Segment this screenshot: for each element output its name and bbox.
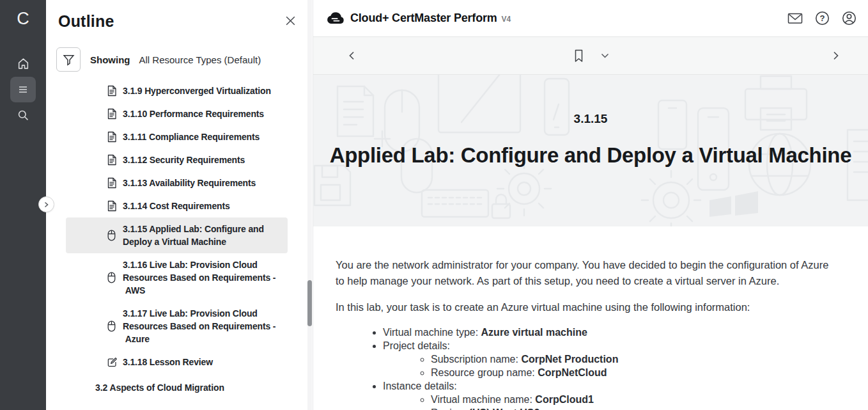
outline-item-label: 3.1.11 Compliance Requirements [123,130,279,143]
svg-text:?: ? [820,13,825,23]
lesson-hero-banner: 3.1.15 Applied Lab: Configure and Deploy… [313,75,868,226]
outline-item[interactable]: 3.1.18 Lesson Review [66,351,288,374]
showing-label: Showing [90,54,130,65]
outline-item[interactable]: 3.1.12 Security Requirements [66,148,288,171]
close-outline-button[interactable] [284,15,297,29]
outline-item-label: 3.1.13 Availability Requirements [123,177,279,189]
outline-item-label: 3.1.12 Security Requirements [123,154,279,166]
product-name: Cloud+ CertMaster Perform [350,12,497,25]
close-icon [284,15,297,27]
search-icon [17,109,30,122]
outline-list: 3.1.9 Hyperconverged Virtualization 3.1.… [46,79,313,393]
lesson-number: 3.1.15 [574,112,608,126]
outline-menu-button[interactable] [10,77,36,102]
gear2-art-icon [642,171,701,226]
document-icon [107,131,118,143]
bookmark-button[interactable] [573,49,585,63]
filter-current-value: All Resource Types (Default) [139,54,261,65]
filter-funnel-icon [63,54,75,66]
previous-lesson-button[interactable] [346,50,357,61]
mouse-icon [107,230,118,241]
chevron-right-icon [43,201,50,209]
mouse-icon [107,320,118,332]
chevron-left-icon [346,50,357,61]
outline-item[interactable]: 3.1.17 Live Lab: Provision Cloud Resourc… [66,302,288,351]
cloud-brand-icon [326,12,345,25]
chevron-right-icon [830,50,841,61]
bookmark-icon [573,49,585,63]
keyboard-art-icon [422,190,488,217]
account-icon [842,11,856,26]
outline-item-label: 3.1.15 Applied Lab: Configure and Deploy… [123,223,279,248]
home-icon [17,57,30,70]
requirement-item: Instance details: Virtual machine name: … [383,379,842,410]
product-version: V4 [502,13,511,24]
messages-button[interactable] [787,12,803,24]
panel-collapse-toggle[interactable] [38,196,54,212]
outline-item[interactable]: 3.1.11 Compliance Requirements [66,125,288,148]
outline-item[interactable]: 3.1.14 Cost Requirements [66,194,288,217]
mouse-art-icon [385,90,419,152]
requirement-subitem: Virtual machine name: CorpCloud1 [431,393,842,406]
outline-item-label: 3.1.9 Hyperconverged Virtualization [123,84,279,97]
bookmark-menu-button[interactable] [601,53,609,59]
requirement-sublist: Subscription name: CorpNet Production Re… [383,352,842,379]
monitor-art-icon [438,75,520,132]
next-lesson-button[interactable] [830,50,841,61]
floppy-art-icon [314,166,350,205]
outline-item-label: 3.1.18 Lesson Review [123,356,279,368]
outline-next-section[interactable]: 3.2 Aspects of Cloud Migration [95,382,288,393]
windows-art-icon [709,191,758,217]
document-icon [107,200,118,212]
outline-item-label: 3.1.14 Cost Requirements [123,200,279,212]
outline-panel: Outline Showing All Resource Types (Defa… [46,0,313,410]
account-button[interactable] [842,11,856,26]
outline-scrollbar[interactable] [307,0,312,410]
outline-menu-icon [17,83,29,96]
lesson-toolbar [313,37,868,75]
app-logo: C [17,8,29,29]
chevron-down-icon [601,53,609,59]
mouse-icon [107,272,118,283]
outline-scrollbar-thumb[interactable] [307,280,312,326]
document-icon [107,154,118,166]
outline-item[interactable]: 3.1.10 Performance Requirements [66,102,288,125]
task-paragraph: In this lab, your task is to create an A… [336,299,835,315]
filter-button[interactable] [56,47,81,72]
product-brand: Cloud+ CertMaster Perform V4 [326,12,511,25]
document-icon [107,108,118,120]
home-button[interactable] [10,51,36,76]
outline-item[interactable]: 3.1.13 Availability Requirements [66,171,288,194]
main-content-area: Cloud+ CertMaster Perform V4 ? [313,0,868,410]
gear-art-icon [497,162,551,216]
requirement-subitem: Resource group name: CorpNetCloud [431,366,842,379]
requirement-subitem: Subscription name: CorpNet Production [431,352,842,366]
intro-paragraph: You are the network administrator for yo… [336,257,835,289]
requirement-item: Virtual machine type: Azure virtual mach… [383,326,842,339]
document-art-icon [337,86,373,136]
lesson-body: You are the network administrator for yo… [313,226,868,410]
edit-pencil-icon [107,357,118,368]
outline-item[interactable]: 3.1.9 Hyperconverged Virtualization [66,79,288,102]
printer-art-icon [745,76,807,130]
requirement-subitem: Region: (US) West US2 [431,406,842,410]
outline-item-current[interactable]: 3.1.15 Applied Lab: Configure and Deploy… [66,217,288,253]
outline-item-label: 3.1.10 Performance Requirements [123,107,279,120]
requirements-list: Virtual machine type: Azure virtual mach… [336,326,842,410]
help-icon: ? [815,11,830,26]
lesson-title: Applied Lab: Configure and Deploy a Virt… [330,143,852,168]
requirement-sublist: Virtual machine name: CorpCloud1 Region:… [383,393,842,410]
document-icon [107,85,118,97]
mail-icon [787,12,803,24]
outline-item-label: 3.1.17 Live Lab: Provision Cloud Resourc… [123,307,279,345]
document-icon [107,177,118,189]
tablet-art-icon [658,100,686,149]
search-button[interactable] [10,102,36,128]
outline-item-label: 3.1.16 Live Lab: Provision Cloud Resourc… [123,258,279,297]
requirement-item: Project details: Subscription name: Corp… [383,339,842,379]
product-header: Cloud+ CertMaster Perform V4 ? [313,0,868,37]
outline-panel-title: Outline [58,12,114,31]
outline-item[interactable]: 3.1.16 Live Lab: Provision Cloud Resourc… [66,253,288,302]
phone-art-icon [545,79,569,135]
help-button[interactable]: ? [815,11,830,26]
